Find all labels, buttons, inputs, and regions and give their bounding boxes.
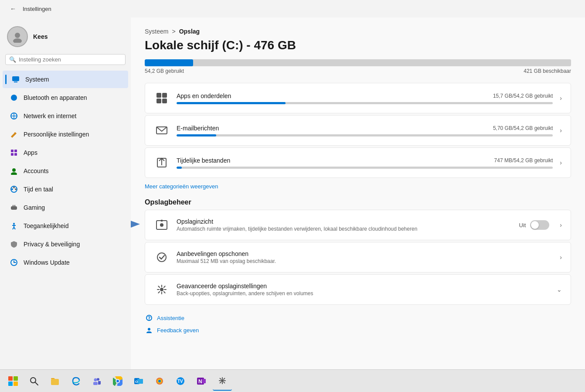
breadcrumb-sep: >	[172, 28, 175, 35]
breadcrumb-parent[interactable]: Systeem	[145, 28, 168, 35]
taskbar-firefox[interactable]	[150, 372, 169, 391]
more-categories-link[interactable]: Meer categorieën weergeven	[145, 183, 218, 190]
category-card-temp[interactable]: Tijdelijke bestanden 747 MB/54,2 GB gebr…	[145, 147, 571, 178]
category-icon-apps	[154, 90, 170, 106]
svg-point-49	[94, 378, 97, 381]
user-section[interactable]: Kees	[0, 21, 131, 54]
chevron-right-aanbevelingen: ›	[560, 254, 562, 261]
content-area: Systeem > Opslag Lokale schijf (C:) - 47…	[131, 17, 585, 369]
svg-point-36	[160, 223, 163, 227]
nav-item-tijd[interactable]: Tijd en taal	[3, 181, 128, 198]
svg-point-39	[157, 253, 166, 262]
category-size-apps: 15,7 GB/54,2 GB gebruikt	[493, 93, 553, 99]
toggle-opslaginzicht[interactable]	[530, 220, 549, 230]
category-card-apps[interactable]: Apps en onderdelen 15,7 GB/54,2 GB gebru…	[145, 83, 571, 113]
category-card-email[interactable]: E-mailberichten 5,70 GB/54,2 GB gebruikt…	[145, 115, 571, 146]
nav-icon-gaming	[10, 203, 18, 212]
taskbar-teamviewer[interactable]: TV	[171, 372, 190, 391]
chevron-right-opslaginzicht: ›	[560, 222, 562, 228]
svg-text:N: N	[198, 378, 202, 385]
category-icon-temp	[154, 155, 170, 170]
nav-icon-tijd	[10, 185, 18, 194]
taskbar-onenote[interactable]: N	[192, 372, 211, 391]
nav-icon-netwerk	[10, 112, 18, 120]
mgmt-card-aanbevelingen[interactable]: Aanbevelingen opschonen Maximaal 512 MB …	[145, 242, 571, 273]
assistentie-label: Assistentie	[157, 315, 184, 321]
mgmt-name-geavanceerd: Geavanceerde opslaginstellingen	[177, 283, 550, 290]
svg-point-48	[97, 378, 99, 381]
title-bar: ← Instellingen	[0, 0, 585, 17]
mgmt-info-geavanceerd: Geavanceerde opslaginstellingen Back-upo…	[177, 283, 550, 297]
arrow-pointer	[131, 215, 140, 235]
storage-bar-container: 54,2 GB gebruikt 421 GB beschikbaar	[145, 59, 571, 74]
chevron-right-email: ›	[560, 127, 562, 134]
taskbar-start[interactable]	[3, 372, 23, 391]
assistentie-link[interactable]: Assistentie	[145, 314, 571, 322]
search-box: 🔍	[5, 54, 126, 65]
avatar	[7, 26, 28, 47]
nav-item-gaming[interactable]: Gaming	[3, 199, 128, 216]
svg-rect-11	[11, 153, 14, 156]
category-name-apps: Apps en onderdelen	[177, 92, 231, 99]
mgmt-desc-geavanceerd: Back-upopties, opslagruimten, andere sch…	[177, 290, 550, 297]
nav-item-bluetooth[interactable]: Bluetooth en apparaten	[3, 89, 128, 106]
mgmt-card-opslaginzicht[interactable]: Opslaginzicht Automatisch ruimte vrijmak…	[145, 210, 571, 240]
mgmt-name-aanbevelingen: Aanbevelingen opschonen	[177, 250, 553, 257]
taskbar-files[interactable]	[45, 372, 65, 391]
nav-item-privacy[interactable]: Privacy & beveiliging	[3, 235, 128, 253]
mgmt-card-geavanceerd[interactable]: Geavanceerde opslaginstellingen Back-upo…	[145, 274, 571, 305]
svg-rect-9	[11, 150, 14, 152]
category-name-temp: Tijdelijke bestanden	[177, 157, 230, 164]
category-size-temp: 747 MB/54,2 GB gebruikt	[494, 157, 553, 164]
nav-item-windows-update[interactable]: Windows Update	[3, 254, 128, 271]
svg-point-45	[31, 378, 36, 383]
nav-item-systeem[interactable]: Systeem	[3, 71, 128, 88]
back-button[interactable]: ←	[7, 3, 19, 15]
svg-rect-12	[14, 153, 17, 156]
svg-rect-20	[13, 205, 14, 207]
svg-rect-29	[162, 93, 167, 98]
category-icon-email	[154, 123, 170, 138]
svg-rect-67	[202, 379, 206, 383]
nav-item-accounts[interactable]: Accounts	[3, 162, 128, 180]
mgmt-icon-aanbevelingen	[154, 249, 170, 265]
category-info-temp: Tijdelijke bestanden 747 MB/54,2 GB gebr…	[177, 157, 553, 169]
category-name-email: E-mailberichten	[177, 125, 219, 132]
breadcrumb: Systeem > Opslag	[145, 28, 571, 35]
nav-label-accounts: Accounts	[24, 167, 49, 174]
title-bar-text: Instellingen	[23, 6, 51, 12]
storage-used-label: 54,2 GB gebruikt	[145, 68, 184, 74]
nav-label-apps: Apps	[24, 149, 37, 156]
taskbar-edge[interactable]	[66, 372, 85, 391]
svg-point-17	[13, 187, 15, 188]
taskbar-search[interactable]	[24, 372, 44, 391]
nav-label-toegankelijkheid: Toegankelijkheid	[24, 222, 69, 229]
nav-icon-privacy	[10, 240, 18, 249]
svg-rect-31	[162, 99, 167, 103]
svg-marker-38	[131, 218, 140, 231]
svg-point-40	[160, 288, 163, 291]
svg-line-26	[14, 227, 15, 229]
taskbar-chrome[interactable]	[108, 372, 127, 391]
nav-item-netwerk[interactable]: Netwerk en internet	[3, 107, 128, 125]
nav-item-apps[interactable]: Apps	[3, 144, 128, 161]
svg-rect-50	[93, 382, 98, 385]
svg-text:O: O	[135, 380, 138, 384]
feedback-link[interactable]: Feedback geven	[145, 326, 571, 334]
nav-icon-bluetooth	[10, 93, 18, 102]
nav-label-privacy: Privacy & beveiliging	[24, 241, 80, 248]
toggle-label-opslaginzicht: Uit	[519, 222, 526, 228]
nav-item-toegankelijkheid[interactable]: Toegankelijkheid	[3, 217, 128, 235]
nav-item-persoonlijk[interactable]: Persoonlijke instellingen	[3, 126, 128, 143]
nav-label-persoonlijk: Persoonlijke instellingen	[24, 131, 89, 138]
nav-label-windows-update: Windows Update	[24, 259, 70, 266]
taskbar-outlook[interactable]: O	[129, 372, 148, 391]
taskbar-settings[interactable]	[213, 372, 232, 391]
taskbar-teams[interactable]	[87, 372, 106, 391]
search-input[interactable]	[19, 56, 122, 63]
svg-rect-21	[14, 205, 15, 207]
svg-point-62	[158, 380, 161, 382]
svg-point-13	[12, 168, 16, 172]
svg-point-0	[15, 33, 20, 38]
mgmt-info-aanbevelingen: Aanbevelingen opschonen Maximaal 512 MB …	[177, 250, 553, 264]
